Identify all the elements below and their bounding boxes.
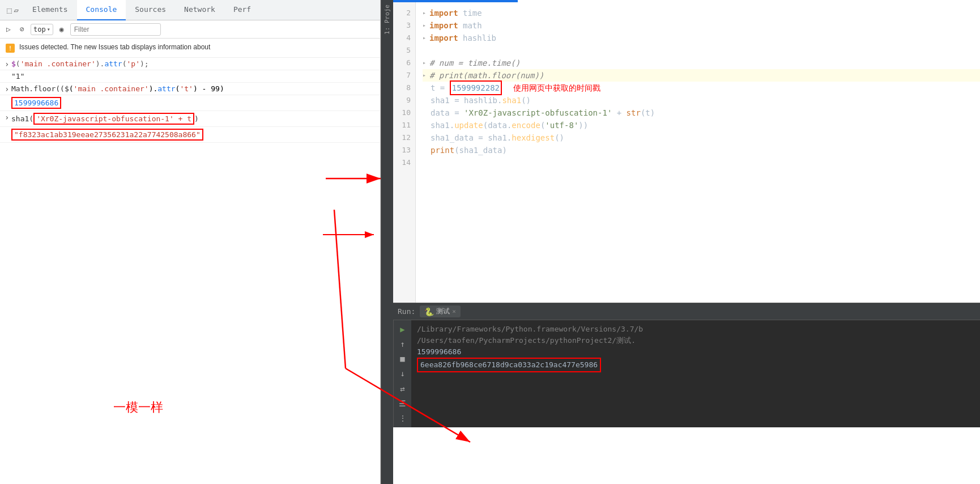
project-label[interactable]: 1: Proje	[382, 0, 392, 39]
device-icon[interactable]: ▱	[14, 6, 18, 15]
chinese-comment: 使用网页中获取的时间戳	[509, 82, 600, 94]
run-label: Run:	[398, 307, 415, 316]
pycharm-panel: 1: Proje 2 3 4 5 6 7 8 9 10 1	[381, 0, 980, 484]
line-numbers: 2 3 4 5 6 7 8 9 10 11 12 13 14	[393, 2, 416, 303]
run-settings-button[interactable]: ☰	[397, 398, 409, 409]
devtools-tab-bar: ⬚ ▱ Elements Console Sources Network Per…	[0, 0, 380, 20]
hash-output: "f8323ac1ab319eeae27356231a22a7742508a86…	[11, 129, 203, 141]
output-line-2: /Users/taofen/PycharmProjects/pythonProj…	[417, 335, 974, 346]
console-input-2: Math.floor(($('main .container').attr('t…	[0, 83, 380, 95]
code-line-9: sha1 = hashlib.sha1()	[423, 94, 980, 107]
code-line-3: ▸ import math	[423, 19, 980, 32]
code-line-6: ▸ # num = time.time()	[423, 57, 980, 69]
tab-console[interactable]: Console	[77, 0, 126, 20]
tab-sources[interactable]: Sources	[126, 0, 175, 20]
run-rerun-button[interactable]: ⇄	[397, 383, 409, 394]
obfuscation-string: 'Xr0Z-javascript-obfuscation-1' + t	[33, 113, 194, 125]
tab-elements[interactable]: Elements	[23, 0, 77, 20]
t-value-boxed: 1599992282	[450, 80, 502, 95]
console-output-2: 1599996686	[0, 95, 380, 111]
code-line-8: t = 1599992282 使用网页中获取的时间戳	[423, 82, 980, 94]
issues-banner: ! Issues detected. The new Issues tab di…	[0, 39, 380, 58]
play-icon[interactable]: ▷	[3, 24, 14, 35]
output-line-4-boxed: 6eea826fb968ce6718d9ca033a2c19ac477e5986	[417, 358, 974, 372]
code-line-12: sha1_data = sha1.hexdigest()	[423, 131, 980, 144]
code-line-11: sha1.update(data.encode('utf-8'))	[423, 119, 980, 131]
pycharm-run-panel: Run: 🐍 测试 × ▶ ↑ ■ ↓ ⇄	[393, 303, 980, 427]
code-line-4: ▸ import hashlib	[423, 32, 980, 44]
hash-output-pycharm: 6eea826fb968ce6718d9ca033a2c19ac477e5986	[417, 358, 601, 372]
devtools-panel: ⬚ ▱ Elements Console Sources Network Per…	[0, 0, 381, 484]
run-up-button[interactable]: ↑	[397, 338, 409, 350]
run-output-area: /Library/Frameworks/Python.framework/Ver…	[411, 320, 980, 427]
project-sidebar: 1: Proje	[381, 0, 393, 484]
tab-perf[interactable]: Perf	[224, 0, 260, 20]
run-tab-bar: Run: 🐍 测试 ×	[393, 303, 980, 320]
run-more-button[interactable]: ⋮	[397, 413, 409, 424]
code-line-10: data = 'Xr0Z-javascript-obfuscation-1' +…	[423, 107, 980, 119]
console-output-3: "f8323ac1ab319eeae27356231a22a7742508a86…	[0, 127, 380, 143]
code-line-2: ▸ import time	[423, 7, 980, 19]
tab-network[interactable]: Network	[175, 0, 224, 20]
console-toolbar: ▷ ⊘ top ▾ ◉	[0, 20, 380, 39]
console-output-1: "1"	[0, 70, 380, 83]
run-stop-button[interactable]: ■	[397, 353, 409, 364]
code-line-14	[423, 156, 980, 169]
run-down-button[interactable]: ↓	[397, 368, 409, 379]
console-input-1: $('main .container').attr('p');	[0, 58, 380, 70]
chevron-down-icon: ▾	[47, 26, 50, 32]
code-line-7: ▸ # print(math.floor(num))	[423, 69, 980, 82]
python-icon: 🐍	[424, 307, 434, 316]
context-selector[interactable]: top ▾	[31, 24, 53, 35]
code-editor: 2 3 4 5 6 7 8 9 10 11 12 13 14	[393, 2, 980, 303]
value-1599996686: 1599996686	[11, 97, 61, 109]
block-icon[interactable]: ⊘	[17, 24, 27, 35]
chinese-annotation: 一模一样	[113, 399, 163, 416]
eye-icon[interactable]: ◉	[57, 24, 67, 35]
run-tab-test[interactable]: 🐍 测试 ×	[420, 305, 461, 317]
console-input-3: sha1('Xr0Z-javascript-obfuscation-1' + t…	[0, 111, 380, 127]
filter-input[interactable]	[70, 23, 161, 36]
run-output-row: ▶ ↑ ■ ↓ ⇄ ☰ ⋮ /Library/Frameworks/Python…	[393, 320, 980, 427]
code-line-5	[423, 44, 980, 57]
code-content: ▸ import time ▸ import math ▸ import has…	[416, 2, 980, 303]
code-line-13: print(sha1_data)	[423, 144, 980, 156]
run-toolbar: ▶ ↑ ■ ↓ ⇄ ☰ ⋮	[393, 320, 411, 427]
warning-icon: !	[6, 44, 15, 53]
inspect-icon[interactable]: ⬚	[7, 6, 11, 15]
run-play-button[interactable]: ▶	[397, 324, 409, 335]
devtools-icons[interactable]: ⬚ ▱	[2, 0, 23, 20]
output-line-1: /Library/Frameworks/Python.framework/Ver…	[417, 324, 974, 335]
output-line-3: 1599996686	[417, 346, 974, 358]
close-tab-icon[interactable]: ×	[452, 308, 456, 315]
console-output: $('main .container').attr('p'); "1" Math…	[0, 58, 380, 484]
